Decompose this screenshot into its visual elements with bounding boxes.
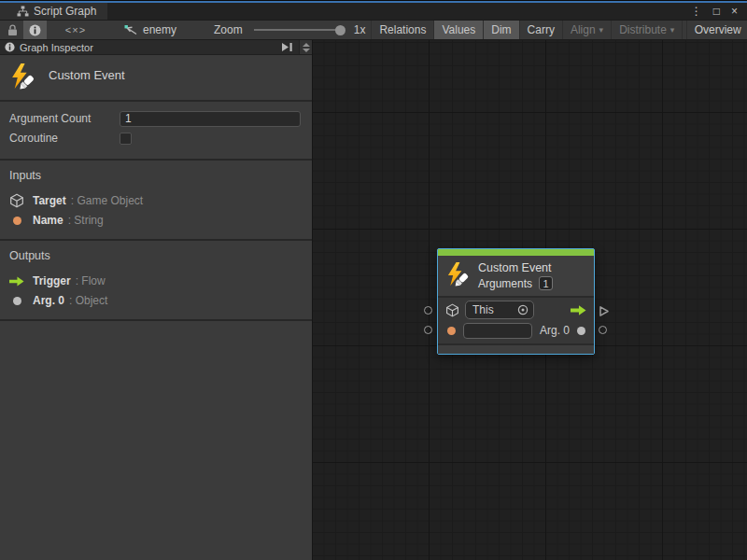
object-port-icon — [577, 327, 585, 335]
align-dropdown[interactable]: Align▾ — [562, 21, 611, 39]
code-preview-button[interactable]: <×> — [63, 21, 88, 39]
zoom-label: Zoom — [214, 23, 243, 36]
graph-breadcrumb-icon — [123, 24, 138, 36]
output-trigger-row: Trigger : Flow — [9, 272, 303, 290]
breadcrumb-label: enemy — [143, 23, 176, 36]
port-name: Arg. 0 — [33, 294, 64, 307]
dock-panel-icon[interactable] — [281, 42, 293, 52]
string-port-icon — [13, 217, 21, 225]
port-type: : Object — [69, 294, 107, 307]
port-type: : Flow — [76, 274, 106, 287]
unity-script-graph-window: Script Graph ⋮ □ × <×> — [0, 0, 747, 560]
flow-arrow-icon — [571, 305, 586, 315]
outputs-title: Outputs — [9, 249, 303, 262]
graph-tree-icon — [17, 6, 29, 17]
node-footer — [438, 343, 594, 354]
code-icon: <×> — [65, 24, 86, 35]
zoom-control: Zoom 1x — [208, 21, 371, 39]
window-maximize-button[interactable]: □ — [708, 5, 726, 18]
zoom-value: 1x — [354, 23, 366, 36]
window-close-button[interactable]: × — [726, 5, 743, 18]
event-header-section: Custom Event — [0, 55, 312, 102]
argument-count-label: Argument Count — [9, 112, 120, 125]
inspector-event-title: Custom Event — [49, 68, 125, 91]
carry-button[interactable]: Carry — [519, 21, 562, 39]
coroutine-checkbox[interactable] — [120, 133, 132, 145]
window-menu-button[interactable]: ⋮ — [685, 5, 708, 18]
tab-title: Script Graph — [34, 5, 96, 18]
window-controls: ⋮ □ × — [685, 3, 747, 20]
port-name: Trigger — [33, 274, 71, 287]
node-title: Custom Event — [478, 261, 553, 274]
chevron-down-icon: ▾ — [670, 25, 675, 35]
inspector-empty-space — [0, 321, 312, 560]
output-arg0-port[interactable] — [599, 326, 607, 334]
node-body: This Arg. 0 — [438, 298, 594, 343]
zoom-slider[interactable] — [254, 29, 341, 31]
spin-down-icon[interactable] — [303, 49, 310, 52]
object-picker-icon[interactable] — [517, 304, 529, 315]
node-header[interactable]: Custom Event Arguments 1 — [438, 256, 594, 296]
coroutine-row: Coroutine — [9, 130, 301, 147]
arg0-label: Arg. 0 — [540, 324, 570, 337]
flow-arrow-icon — [9, 276, 24, 287]
custom-event-node[interactable]: Custom Event Arguments 1 This — [437, 248, 595, 355]
graph-inspector-title: Graph Inspector — [20, 42, 93, 53]
node-name-row: Arg. 0 — [445, 320, 586, 341]
tab-script-graph[interactable]: Script Graph — [0, 3, 107, 20]
inputs-section: Inputs Target : Game Object Name : Strin… — [0, 161, 312, 241]
game-object-cube-icon — [445, 303, 459, 317]
inputs-title: Inputs — [9, 169, 303, 182]
object-port-icon — [13, 297, 21, 305]
event-settings-section: Argument Count Coroutine — [0, 102, 312, 161]
info-icon — [5, 42, 15, 52]
argument-count-input[interactable] — [120, 111, 301, 127]
distribute-dropdown[interactable]: Distribute▾ — [611, 21, 682, 39]
graph-canvas[interactable]: Custom Event Arguments 1 This — [313, 40, 747, 560]
main-area: Graph Inspector Custom Event — [0, 40, 747, 560]
lock-icon — [7, 24, 18, 36]
port-name: Target — [33, 194, 66, 207]
relations-button[interactable]: Relations — [371, 21, 433, 39]
node-arguments-value[interactable]: 1 — [539, 276, 553, 290]
node-arguments-label: Arguments — [478, 277, 532, 290]
inspector-toggle-button[interactable] — [23, 21, 47, 39]
event-name-input[interactable] — [463, 323, 532, 339]
toolbar-button-group: Relations Values Dim Carry Align▾ Distri… — [371, 21, 747, 39]
values-button[interactable]: Values — [433, 21, 483, 39]
info-icon — [29, 24, 41, 36]
string-port-icon — [447, 327, 456, 335]
panel-scroll-spinner — [299, 40, 312, 54]
output-trigger-port[interactable] — [599, 305, 610, 317]
chevron-down-icon: ▾ — [599, 25, 604, 35]
overview-button[interactable]: Overview — [686, 21, 747, 39]
port-name: Name — [33, 214, 63, 227]
coroutine-label: Coroutine — [9, 132, 120, 145]
event-node-color-bar — [438, 249, 594, 256]
target-this-value: This — [472, 303, 517, 316]
input-flow-port[interactable] — [424, 306, 432, 315]
graph-inspector-header: Graph Inspector — [0, 40, 312, 55]
output-arg0-row: Arg. 0 : Object — [9, 291, 303, 310]
input-name-row: Name : String — [9, 211, 303, 230]
graph-toolbar: <×> enemy Zoom 1x Relations Values Dim C… — [0, 20, 747, 40]
breadcrumb-enemy[interactable]: enemy — [118, 21, 182, 39]
custom-event-icon — [9, 63, 36, 91]
lock-button[interactable] — [2, 21, 23, 39]
input-target-row: Target : Game Object — [9, 191, 303, 210]
target-this-dropdown[interactable]: This — [465, 301, 534, 319]
zoom-slider-handle[interactable] — [335, 25, 345, 35]
outputs-section: Outputs Trigger : Flow Arg. 0 : Object — [0, 241, 312, 321]
node-target-row: This — [445, 300, 586, 320]
spin-up-icon[interactable] — [303, 43, 310, 47]
game-object-cube-icon — [9, 193, 24, 208]
port-type: : Game Object — [71, 194, 143, 207]
dim-button[interactable]: Dim — [483, 21, 518, 39]
tab-bar: Script Graph ⋮ □ × — [0, 3, 747, 20]
graph-inspector-panel: Graph Inspector Custom Event — [0, 40, 313, 560]
argument-count-row: Argument Count — [9, 110, 301, 127]
input-name-port[interactable] — [424, 326, 432, 334]
custom-event-icon — [445, 262, 471, 287]
port-type: : String — [68, 214, 104, 227]
